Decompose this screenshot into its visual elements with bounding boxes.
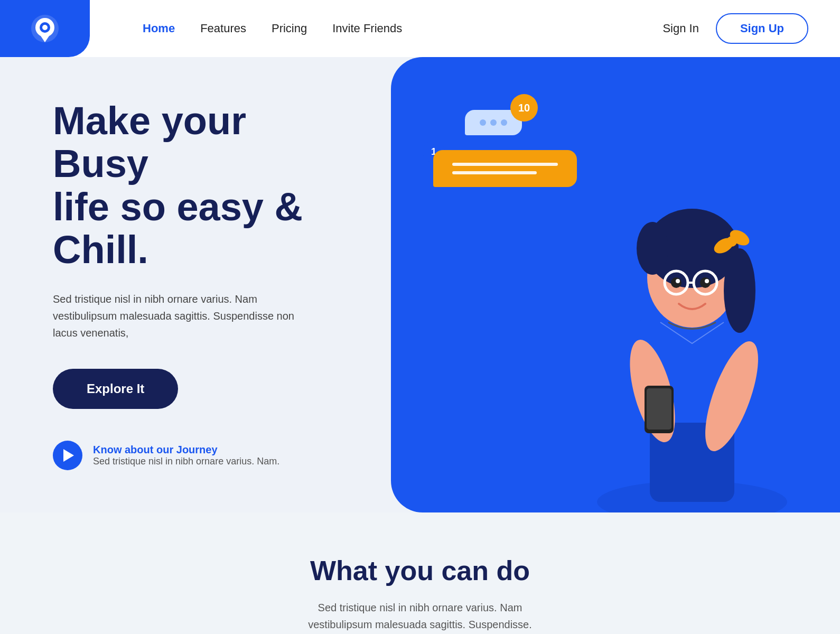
badge-10: 10 <box>510 94 538 122</box>
journey-row: Know about our Journey Sed tristique nis… <box>53 441 349 470</box>
main-nav: Home Features Pricing Invite Friends <box>143 22 402 35</box>
chat-lines <box>452 163 558 174</box>
journey-subtitle: Sed tristique nisl in nibh ornare varius… <box>93 456 279 467</box>
svg-point-3 <box>42 25 48 30</box>
nav-home[interactable]: Home <box>143 22 175 35</box>
nav-pricing[interactable]: Pricing <box>272 22 307 35</box>
journey-text: Know about our Journey Sed tristique nis… <box>93 444 279 467</box>
hero-right: 10 1 <box>391 57 840 512</box>
section-description: Sed tristique nisl in nibh ornare varius… <box>288 599 552 633</box>
nav-features[interactable]: Features <box>200 22 246 35</box>
svg-point-15 <box>724 248 755 333</box>
main-chat-bubble <box>433 150 577 187</box>
journey-title: Know about our Journey <box>93 444 279 456</box>
logo-icon <box>29 13 61 44</box>
svg-rect-11 <box>647 388 671 430</box>
hero-left: Make your Busy life so easy & Chill. Sed… <box>0 57 391 512</box>
section-features: What you can do Sed tristique nisl in ni… <box>0 512 840 634</box>
dot-1 <box>480 119 486 126</box>
logo-box <box>0 0 90 57</box>
header: Home Features Pricing Invite Friends Sig… <box>0 0 840 57</box>
chat-notification: 10 1 <box>423 99 577 187</box>
svg-point-19 <box>726 236 737 247</box>
header-right: Sign In Sign Up <box>662 13 808 44</box>
explore-button[interactable]: Explore It <box>53 369 178 409</box>
chat-line-2 <box>452 171 537 174</box>
play-button[interactable] <box>53 441 82 470</box>
woman-illustration <box>576 195 808 512</box>
hero-title: Make your Busy life so easy & Chill. <box>53 99 349 272</box>
play-icon <box>63 449 74 462</box>
dot-2 <box>490 119 497 126</box>
svg-point-25 <box>676 279 680 283</box>
svg-point-24 <box>700 277 711 288</box>
svg-point-26 <box>705 279 709 283</box>
svg-point-16 <box>637 222 668 275</box>
section-title: What you can do <box>53 555 787 586</box>
chat-line-1 <box>452 163 558 166</box>
svg-point-23 <box>671 277 682 288</box>
sign-in-link[interactable]: Sign In <box>662 22 699 35</box>
nav-invite[interactable]: Invite Friends <box>332 22 402 35</box>
dot-3 <box>501 119 507 126</box>
sign-up-button[interactable]: Sign Up <box>716 13 808 44</box>
hero-section: Make your Busy life so easy & Chill. Sed… <box>0 57 840 512</box>
hero-description: Sed tristique nisl in nibh ornare varius… <box>53 291 317 341</box>
